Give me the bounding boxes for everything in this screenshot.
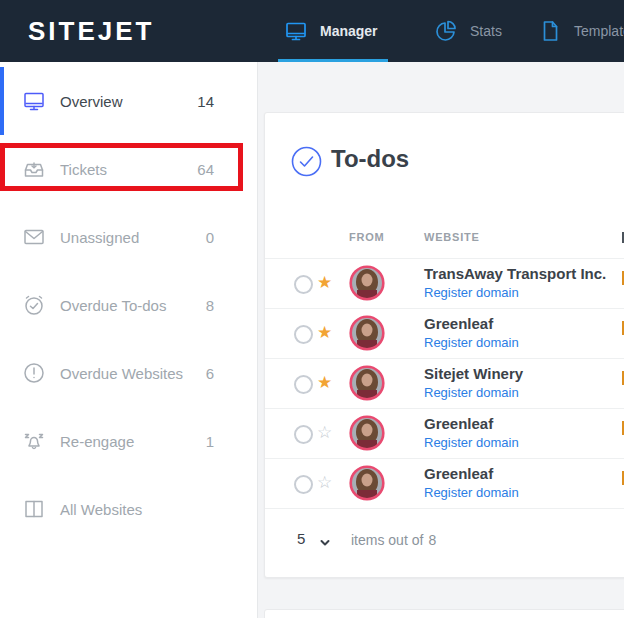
sidebar-item-label: All Websites <box>60 501 214 518</box>
website-name: Sitejet Winery <box>424 365 523 382</box>
table-row: ☆ Greenleaf Register domain <box>265 409 624 459</box>
star-icon[interactable]: ★ <box>317 372 332 394</box>
bell-snooze-icon <box>22 429 46 453</box>
star-icon[interactable]: ☆ <box>317 422 332 444</box>
register-domain-link[interactable]: Register domain <box>424 385 519 400</box>
sidebar-item-count: 0 <box>206 229 214 246</box>
top-navbar: SITEJET Manager Stats Templates <box>0 0 624 62</box>
columns-icon <box>22 497 46 521</box>
sidebar-item-count: 6 <box>206 365 214 382</box>
file-icon <box>538 19 562 43</box>
sidebar-item-label: Unassigned <box>60 229 206 246</box>
row-radio[interactable] <box>294 475 313 494</box>
sidebar-item-label: Re-engage <box>60 433 206 450</box>
next-panel-edge <box>264 609 624 618</box>
sidebar-item-overview[interactable]: Overview 14 <box>0 67 257 135</box>
row-radio[interactable] <box>294 275 313 294</box>
sidebar-item-unassigned[interactable]: Unassigned 0 <box>0 203 257 271</box>
star-icon[interactable]: ☆ <box>317 472 332 494</box>
sidebar-item-label: Overview <box>60 93 197 110</box>
check-circle-icon <box>291 146 322 181</box>
tab-stats[interactable]: Stats <box>434 0 502 62</box>
pagination-total: 8 <box>428 532 436 548</box>
row-radio[interactable] <box>294 325 313 344</box>
website-name: Greenleaf <box>424 415 493 432</box>
sidebar-item-count: 64 <box>197 161 214 178</box>
website-name: Greenleaf <box>424 315 493 332</box>
alarm-check-icon <box>22 293 46 317</box>
tab-stats-label: Stats <box>470 23 502 39</box>
register-domain-link[interactable]: Register domain <box>424 485 519 500</box>
panel-title: To-dos <box>331 145 409 173</box>
inbox-icon <box>22 157 46 181</box>
table-header: FROM WEBSITE <box>265 231 624 258</box>
monitor-icon <box>284 19 308 43</box>
tab-manager-label: Manager <box>320 23 378 39</box>
star-icon[interactable]: ★ <box>317 322 332 344</box>
column-header-from: FROM <box>349 231 385 243</box>
pie-chart-icon <box>434 19 458 43</box>
table-row: ★ Greenleaf Register domain <box>265 309 624 359</box>
avatar[interactable] <box>349 265 385 301</box>
tab-manager[interactable]: Manager <box>284 0 378 62</box>
pagination-label: items out of8 <box>351 532 436 548</box>
website-name: Greenleaf <box>424 465 493 482</box>
sidebar-item-label: Overdue Websites <box>60 365 206 382</box>
sidebar-item-overdue-websites[interactable]: Overdue Websites 6 <box>0 339 257 407</box>
sidebar-item-count: 14 <box>197 93 214 110</box>
sitejet-logo: SITEJET <box>28 16 154 47</box>
table-row: ★ TransAway Transport Inc. Register doma… <box>265 259 624 309</box>
star-icon[interactable]: ★ <box>317 272 332 294</box>
active-tab-underline <box>278 59 388 62</box>
sidebar-item-re-engage[interactable]: Re-engage 1 <box>0 407 257 475</box>
row-radio[interactable] <box>294 375 313 394</box>
register-domain-link[interactable]: Register domain <box>424 285 519 300</box>
avatar[interactable] <box>349 465 385 501</box>
avatar[interactable] <box>349 415 385 451</box>
sidebar-item-overdue-todos[interactable]: Overdue To-dos 8 <box>0 271 257 339</box>
pagination: 5 items out of8 <box>265 526 624 556</box>
tab-templates[interactable]: Templates <box>538 0 624 62</box>
website-name: TransAway Transport Inc. <box>424 265 606 282</box>
avatar[interactable] <box>349 315 385 351</box>
monitor-icon <box>22 89 46 113</box>
items-per-page-select[interactable]: 5 <box>297 530 305 547</box>
sidebar-item-label: Tickets <box>60 161 197 178</box>
sidebar: Overview 14 Tickets 64 Unassigned 0 Over… <box>0 62 258 618</box>
table-row: ☆ Greenleaf Register domain <box>265 459 624 509</box>
sidebar-item-all-websites[interactable]: All Websites <box>0 475 257 543</box>
envelope-icon <box>22 225 46 249</box>
pagination-text: items out of <box>351 532 423 548</box>
register-domain-link[interactable]: Register domain <box>424 335 519 350</box>
chevron-down-icon[interactable] <box>319 535 331 553</box>
todos-panel: To-dos FROM WEBSITE ★ TransAway Transpor… <box>264 112 624 578</box>
sidebar-item-count: 1 <box>206 433 214 450</box>
sidebar-item-count: 8 <box>206 297 214 314</box>
table-row: ★ Sitejet Winery Register domain <box>265 359 624 409</box>
row-radio[interactable] <box>294 425 313 444</box>
sidebar-item-label: Overdue To-dos <box>60 297 206 314</box>
todos-table: ★ TransAway Transport Inc. Register doma… <box>265 258 624 509</box>
sidebar-item-tickets[interactable]: Tickets 64 <box>0 135 257 203</box>
avatar[interactable] <box>349 365 385 401</box>
register-domain-link[interactable]: Register domain <box>424 435 519 450</box>
alert-circle-icon <box>22 361 46 385</box>
column-header-website: WEBSITE <box>424 231 480 243</box>
tab-templates-label: Templates <box>574 23 624 39</box>
